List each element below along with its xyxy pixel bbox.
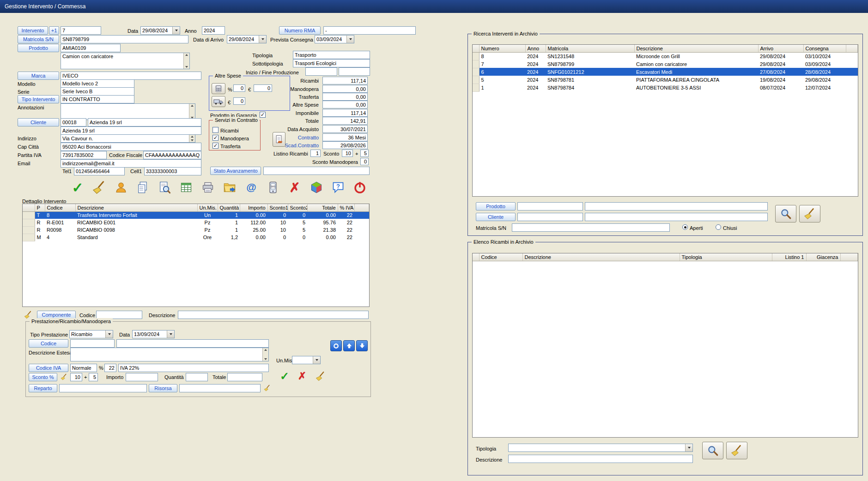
contratto-link[interactable]: Contratto [261,134,319,141]
table-row[interactable]: M4StandardOre1,20.00000.0022 [23,234,369,241]
help-button[interactable]: ? [328,179,348,196]
data-arrivo-select[interactable]: 29/08/2024 [227,35,267,43]
data-select[interactable]: 29/08/2024 [140,26,180,35]
column-header[interactable] [23,204,35,211]
spese-trasporto-button[interactable] [212,96,225,107]
inizio-produzione-input[interactable] [305,67,337,76]
stato-avanzamento-button[interactable]: Stato Avanzamento [210,167,261,175]
tipo-intervento-input[interactable] [61,95,134,103]
table-row[interactable]: RR-E001RICAMBIO E001Pz1112.0010595.7622 [23,219,369,226]
email-input[interactable] [61,159,201,168]
exit-button[interactable] [350,179,370,196]
unmis-select[interactable] [292,356,321,364]
archivio-search-button[interactable] [775,205,796,222]
dettaglio-table[interactable]: PCodiceDescrizioneUn.Mis.QuantitàImporto… [23,204,369,241]
prodotto-descrizione-textarea[interactable]: Camion con caricatore [61,53,190,69]
table-row[interactable]: T8Trasferta Intervento ForfaitUn10.00000… [23,211,369,219]
cliente-button[interactable]: Cliente [18,118,59,126]
column-header[interactable]: Importo [240,204,267,211]
annotazioni-textarea[interactable] [61,103,195,120]
intervento-button[interactable]: Intervento [18,26,48,35]
column-header[interactable]: Matricola [546,45,634,52]
column-header[interactable]: Un.Mis. [197,204,218,211]
componente-descrizione-input[interactable] [178,311,369,319]
column-header[interactable]: Giacenza [806,253,840,261]
marca-button[interactable]: Marca [18,72,59,80]
prestazione-codice-button[interactable]: Codice [29,339,68,348]
print-button[interactable] [198,179,218,196]
parts-button[interactable] [306,179,327,196]
quantita-input[interactable] [186,373,208,381]
column-header[interactable] [473,253,479,261]
risorsa-button[interactable]: Risorsa [149,384,177,392]
prestazione-sconto1-input[interactable] [70,373,82,381]
tel1-input[interactable] [74,167,125,175]
copy-button[interactable] [133,179,153,196]
importo-input[interactable] [126,373,158,381]
partita-iva-input[interactable] [61,151,107,159]
marca-input[interactable] [61,72,201,80]
sconto-percent-button[interactable]: Sconto % [29,373,57,381]
archivio-table[interactable]: NumeroAnnoMatricolaDescrizioneArrivoCons… [473,45,858,92]
servizi-manodopera-checkbox[interactable] [212,135,219,141]
contratto-input[interactable] [322,133,368,141]
servizi-ricambi-checkbox[interactable] [212,127,219,133]
export-button[interactable] [219,179,240,196]
column-header[interactable]: Codice [479,253,522,261]
column-header[interactable]: Numero [479,45,525,52]
prestazione-codice-input[interactable] [70,339,115,348]
archivio-grid[interactable]: NumeroAnnoMatricolaDescrizioneArrivoCons… [472,44,858,197]
dropdown-arrow-icon[interactable] [685,444,692,451]
plus-one-button[interactable]: +1 [49,26,59,35]
ricambi-tipologia-select[interactable] [508,444,693,452]
prodotto-button[interactable]: Prodotto [18,44,59,52]
trasporto-euro-input[interactable] [233,97,245,105]
contratto-note-button[interactable] [273,132,285,147]
column-header[interactable]: % IVA [338,204,354,211]
tipo-prestazione-select[interactable]: Ricambio [69,330,113,338]
customer-button[interactable] [111,179,131,196]
archivio-cliente-nome-input[interactable] [585,213,768,221]
risorsa-clear-button[interactable] [262,384,272,392]
column-header[interactable]: Tipologia [680,253,772,261]
numero-rma-input[interactable] [323,26,416,35]
sottotipologia-input[interactable] [293,59,370,67]
serie-input[interactable] [61,87,134,96]
listino-input[interactable] [310,150,321,157]
preview-button[interactable] [154,179,175,196]
column-header[interactable]: Sconto2 [288,204,307,211]
indirizzo-input[interactable]: Via Cavour n. [61,134,195,143]
servizi-manodopera-label[interactable]: Manodopera [220,135,249,142]
table-row[interactable]: RR0098RICAMBIO 0098Pz125.0010521.3822 [23,226,369,234]
codice-iva-button[interactable]: Codice IVA [29,364,68,372]
tipo-intervento-button[interactable]: Tipo Intervento [18,95,59,103]
sconto-clear-button[interactable] [59,373,68,381]
scad-contratto-link[interactable]: Scad.Contratto [261,142,319,149]
dropdown-arrow-icon[interactable] [167,331,174,338]
column-header[interactable]: Descrizione [75,204,197,211]
ricambi-table[interactable]: CodiceDescrizioneTipologiaListino 1Giace… [473,253,858,261]
fine-produzione-input[interactable] [339,67,370,76]
prestazione-codice-descrizione-input[interactable] [116,339,269,348]
scrollbar[interactable] [189,104,195,120]
archivio-matricola-input[interactable] [512,223,670,232]
matricola-button[interactable]: Matricola S/N [18,35,59,43]
dropdown-arrow-icon[interactable] [172,27,180,34]
descrizione-estesa-textarea[interactable] [70,348,269,361]
scrollbar[interactable] [262,348,268,361]
clear-button[interactable] [89,179,109,196]
dettaglio-grid[interactable]: PCodiceDescrizioneUn.Mis.QuantitàImporto… [22,204,370,307]
ricambi-descrizione-input[interactable] [508,455,693,463]
column-header[interactable]: Sconto1 [267,204,288,211]
risorsa-input[interactable] [179,384,261,392]
spese-percentuali-button[interactable] [212,83,225,94]
iva-descrizione-input[interactable] [118,364,269,372]
iva-percent-input[interactable] [104,364,116,372]
archivio-cliente-codice-input[interactable] [517,213,583,221]
table-row[interactable]: 12024SN8798784AUTOBETONIERE 3-5 ASSI08/0… [473,84,858,91]
column-header[interactable]: Descrizione [634,45,758,52]
scad-contratto-input[interactable] [322,141,368,149]
cliente-nome-input[interactable] [88,118,201,126]
move-down-button[interactable] [356,340,368,351]
sconto1-input[interactable] [342,150,353,157]
